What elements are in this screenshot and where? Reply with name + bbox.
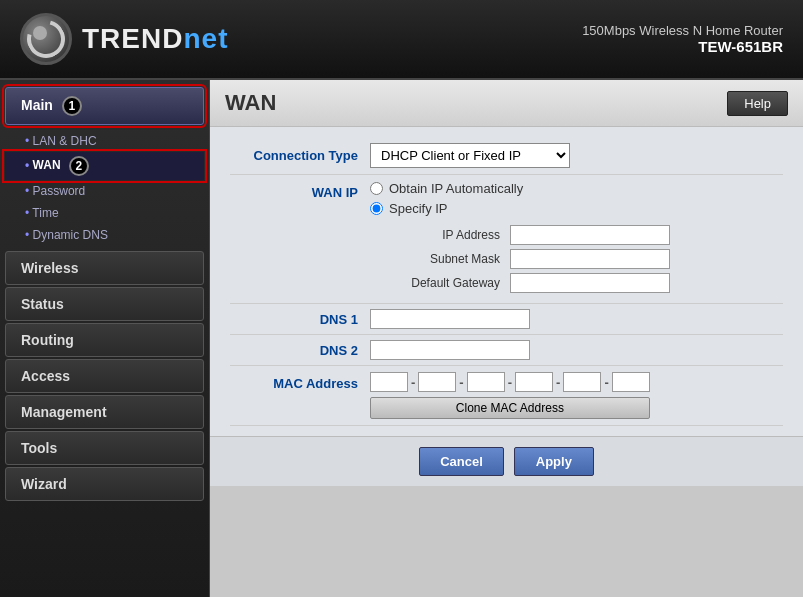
mac-sep-5: - <box>604 375 608 390</box>
subnet-mask-label: Subnet Mask <box>400 252 510 266</box>
logo-area: TRENDnet <box>20 13 228 65</box>
radio-specify-label: Specify IP <box>389 201 448 216</box>
sidebar-item-wireless[interactable]: Wireless <box>5 251 204 285</box>
clone-mac-button[interactable]: Clone MAC Address <box>370 397 650 419</box>
trendnet-logo-icon <box>20 13 72 65</box>
cancel-button[interactable]: Cancel <box>419 447 504 476</box>
sidebar-item-lan-dhcp[interactable]: LAN & DHC <box>5 130 204 152</box>
mac-octet-1[interactable] <box>370 372 408 392</box>
radio-auto-option: Obtain IP Automatically <box>370 181 783 196</box>
dns1-row: DNS 1 <box>230 304 783 335</box>
mac-sep-4: - <box>556 375 560 390</box>
mac-sep-3: - <box>508 375 512 390</box>
radio-specify[interactable] <box>370 202 383 215</box>
dns1-label: DNS 1 <box>230 312 370 327</box>
connection-type-select[interactable]: DHCP Client or Fixed IP PPPoE PPTP L2TP <box>370 143 570 168</box>
mac-octet-4[interactable] <box>515 372 553 392</box>
mac-address-row: MAC Address - - - - - <box>230 366 783 426</box>
sidebar-item-management[interactable]: Management <box>5 395 204 429</box>
mac-inputs-area: - - - - - Clone MAC Address <box>370 372 650 419</box>
ip-address-row: IP Address <box>400 225 783 245</box>
dns1-input[interactable] <box>370 309 530 329</box>
default-gateway-row: Default Gateway <box>400 273 783 293</box>
help-button[interactable]: Help <box>727 91 788 116</box>
badge-2: 2 <box>69 156 89 176</box>
mac-fields: - - - - - <box>370 372 650 392</box>
sidebar-item-access[interactable]: Access <box>5 359 204 393</box>
ip-address-label: IP Address <box>400 228 510 242</box>
mac-address-label: MAC Address <box>230 372 370 391</box>
radio-specify-option: Specify IP <box>370 201 783 216</box>
content-header: WAN Help <box>210 80 803 127</box>
sidebar-item-time[interactable]: Time <box>5 202 204 224</box>
sidebar-item-wizard[interactable]: Wizard <box>5 467 204 501</box>
sidebar-item-password[interactable]: Password <box>5 180 204 202</box>
mac-octet-5[interactable] <box>563 372 601 392</box>
mac-octet-3[interactable] <box>467 372 505 392</box>
mac-sep-2: - <box>459 375 463 390</box>
header: TRENDnet 150Mbps Wireless N Home Router … <box>0 0 803 80</box>
wan-ip-value: Obtain IP Automatically Specify IP IP Ad… <box>370 181 783 297</box>
wan-ip-radio-group: Obtain IP Automatically Specify IP IP Ad… <box>370 181 783 297</box>
sidebar-item-wan[interactable]: WAN 2 <box>5 152 204 180</box>
apply-button[interactable]: Apply <box>514 447 594 476</box>
action-row: Cancel Apply <box>210 436 803 486</box>
ip-address-input[interactable] <box>510 225 670 245</box>
dns2-label: DNS 2 <box>230 343 370 358</box>
mac-octet-6[interactable] <box>612 372 650 392</box>
radio-auto-label: Obtain IP Automatically <box>389 181 523 196</box>
sidebar-item-dynamic-dns[interactable]: Dynamic DNS <box>5 224 204 246</box>
sub-nav-main: LAN & DHC WAN 2 Password Time Dynamic DN… <box>5 127 204 249</box>
sidebar-item-routing[interactable]: Routing <box>5 323 204 357</box>
badge-1: 1 <box>62 96 82 116</box>
form-area: Connection Type DHCP Client or Fixed IP … <box>210 127 803 436</box>
wan-ip-label: WAN IP <box>230 181 370 200</box>
dns2-input[interactable] <box>370 340 530 360</box>
connection-type-label: Connection Type <box>230 148 370 163</box>
content-area: WAN Help Connection Type DHCP Client or … <box>210 80 803 597</box>
radio-auto[interactable] <box>370 182 383 195</box>
sidebar-item-main[interactable]: Main 1 <box>5 87 204 125</box>
sidebar: Main 1 LAN & DHC WAN 2 Password Time Dyn… <box>0 80 210 597</box>
default-gateway-input[interactable] <box>510 273 670 293</box>
brand-name: TRENDnet <box>82 23 228 55</box>
sidebar-item-status[interactable]: Status <box>5 287 204 321</box>
subnet-mask-row: Subnet Mask <box>400 249 783 269</box>
router-model: TEW-651BR <box>582 38 783 55</box>
connection-type-value: DHCP Client or Fixed IP PPPoE PPTP L2TP <box>370 143 783 168</box>
default-gateway-label: Default Gateway <box>400 276 510 290</box>
dns2-row: DNS 2 <box>230 335 783 366</box>
main-layout: Main 1 LAN & DHC WAN 2 Password Time Dyn… <box>0 80 803 597</box>
subnet-mask-input[interactable] <box>510 249 670 269</box>
router-info: 150Mbps Wireless N Home Router TEW-651BR <box>582 23 783 55</box>
sidebar-item-tools[interactable]: Tools <box>5 431 204 465</box>
router-description: 150Mbps Wireless N Home Router <box>582 23 783 38</box>
wan-ip-row: WAN IP Obtain IP Automatically Specify I… <box>230 175 783 304</box>
page-title: WAN <box>225 90 276 116</box>
connection-type-row: Connection Type DHCP Client or Fixed IP … <box>230 137 783 175</box>
mac-sep-1: - <box>411 375 415 390</box>
mac-octet-2[interactable] <box>418 372 456 392</box>
specify-ip-sub-fields: IP Address Subnet Mask Default Gateway <box>400 225 783 297</box>
